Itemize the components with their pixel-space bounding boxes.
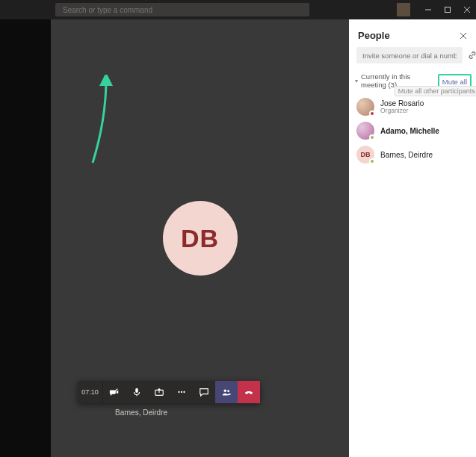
svg-point-10: [224, 390, 227, 393]
presence-badge: [369, 111, 375, 116]
participant-avatar: DB: [356, 146, 374, 164]
minimize-icon[interactable]: [424, 5, 433, 14]
hangup-button[interactable]: [238, 381, 260, 403]
participant-name: Adamo, Michelle: [380, 127, 439, 135]
participant-role: Organizer: [380, 108, 424, 114]
titlebar: [0, 0, 476, 19]
participant-avatar-large: DB: [163, 201, 238, 276]
dial-link-icon[interactable]: [467, 48, 476, 63]
current-user-avatar[interactable]: [397, 3, 410, 16]
microphone-button[interactable]: [126, 381, 148, 403]
maximize-icon[interactable]: [443, 5, 452, 14]
svg-point-7: [178, 391, 179, 393]
participant-list: Jose RosarioOrganizerAdamo, MichelleDBBa…: [349, 92, 476, 171]
presence-badge: [369, 158, 375, 164]
svg-rect-5: [135, 388, 138, 393]
participant-caption: Barnes, Deirdre: [115, 408, 167, 417]
people-button[interactable]: [215, 381, 238, 403]
section-caret-icon[interactable]: ▾: [355, 78, 358, 84]
meeting-stage: DB 07:10: [51, 19, 349, 457]
participant-avatar: [356, 122, 374, 140]
svg-rect-1: [445, 7, 451, 13]
svg-point-11: [227, 390, 229, 392]
presence-badge: [369, 134, 375, 140]
participant-avatar: [356, 98, 374, 116]
left-rail: [0, 19, 51, 457]
more-button[interactable]: [170, 381, 193, 403]
search-box[interactable]: [55, 3, 309, 16]
participant-name: Barnes, Deirdre: [380, 151, 433, 159]
call-timer: 07:10: [78, 381, 103, 403]
camera-button[interactable]: [103, 381, 126, 403]
avatar-initials: DB: [181, 224, 219, 253]
pane-title: People: [358, 30, 390, 41]
participant-row[interactable]: Adamo, Michelle: [352, 119, 473, 143]
invite-input[interactable]: [356, 47, 463, 63]
participant-row[interactable]: DBBarnes, Deirdre: [352, 143, 473, 167]
svg-point-9: [183, 391, 185, 393]
search-input[interactable]: [63, 6, 302, 14]
chat-button[interactable]: [193, 381, 215, 403]
call-toolbar: 07:10: [78, 381, 260, 403]
svg-point-8: [181, 391, 182, 393]
people-pane: People ▾ Currently in this meeting (3) M…: [349, 19, 476, 457]
participant-row[interactable]: Jose RosarioOrganizer: [352, 95, 473, 119]
close-pane-button[interactable]: [460, 32, 467, 40]
mute-all-tooltip: Mute all other participants: [395, 86, 476, 96]
share-button[interactable]: [148, 381, 170, 403]
close-icon[interactable]: [463, 5, 472, 14]
